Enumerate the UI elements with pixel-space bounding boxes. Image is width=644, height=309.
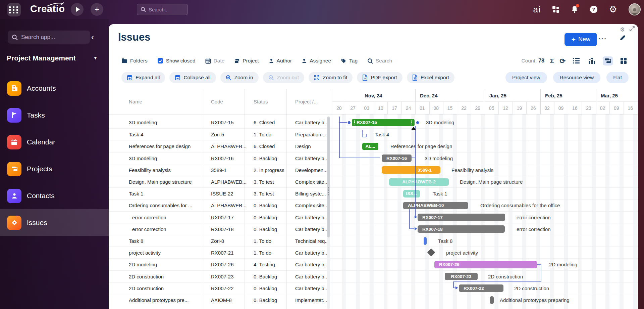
table-row[interactable]: 2D constructionRX007-230. BacklogCar bat… — [109, 270, 638, 282]
filter-show-closed[interactable]: Show closed — [157, 58, 196, 64]
table-row[interactable]: Task 4Zori-51. To doPreparation ...Task … — [109, 128, 638, 140]
zoom-to-fit-button[interactable]: Zoom to fit — [309, 72, 353, 83]
settings-gear-icon[interactable]: ⚙ — [609, 5, 617, 14]
gantt-bar-rx00722[interactable]: RX007-22 — [459, 284, 503, 292]
ai-assistant-button[interactable]: ai — [533, 4, 541, 15]
global-search-input[interactable]: Search... — [137, 4, 188, 15]
edit-pencil-icon[interactable] — [619, 34, 626, 41]
table-row[interactable]: 2D modelingRX007-264. TestingCar battery… — [109, 258, 638, 270]
zoom-out-button[interactable]: Zoom out — [263, 72, 304, 83]
filter-date[interactable]: Date — [205, 58, 225, 64]
fullscreen-expand-icon[interactable] — [630, 26, 635, 33]
table-row[interactable]: error correctionRX007-170. BacklogCar ba… — [109, 211, 638, 223]
scrollbar-thumb[interactable] — [327, 117, 330, 237]
cell-code: RX007-15 — [211, 117, 251, 128]
gantt-bar-rx00715[interactable]: RX007-15 — [352, 119, 415, 126]
gantt-short-task[interactable] — [490, 296, 494, 304]
workspace-caret-icon[interactable]: ▼ — [93, 55, 98, 60]
notifications-bell-icon[interactable] — [571, 5, 578, 13]
gantt-view-icon[interactable] — [603, 56, 613, 65]
sidebar-item-contacts[interactable]: Contacts — [0, 182, 109, 209]
table-row[interactable]: Task 1ISSUE-223. To testBilling syste...… — [109, 187, 638, 199]
collapse-all-button[interactable]: Collapse all — [169, 72, 216, 83]
column-header-project[interactable]: Project /... — [295, 89, 318, 114]
filter-assignee[interactable]: Assignee — [302, 58, 331, 64]
list-view-icon[interactable] — [571, 56, 581, 65]
filter-folders[interactable]: Folders — [121, 58, 148, 64]
resize-handle[interactable] — [411, 120, 412, 125]
table-row[interactable]: 2D constructionRX007-220. BacklogCar bat… — [109, 282, 638, 294]
sidebar-item-tasks[interactable]: Tasks — [0, 102, 109, 129]
run-process-button[interactable] — [71, 3, 84, 16]
gantt-bar-rx00718[interactable]: RX007-18 — [418, 225, 505, 233]
table-row[interactable]: References for page designALPHABWEB...6.… — [109, 140, 638, 152]
splitter-handle[interactable] — [328, 187, 329, 195]
gantt-bar-alphabweb2[interactable]: ALPHABWEB-2 — [389, 178, 449, 186]
workspace-title[interactable]: Project Management — [7, 54, 75, 62]
more-actions-button[interactable]: ··· — [598, 35, 607, 43]
summaries-sigma-icon[interactable]: Σ — [550, 58, 554, 64]
gantt-bar-35891[interactable]: 3589-1 — [382, 166, 440, 174]
table-row[interactable]: project activityRX007-211. To doCar batt… — [109, 247, 638, 258]
new-button[interactable]: +New — [565, 33, 597, 46]
excel-export-button[interactable]: Excel export — [407, 72, 454, 83]
pdf-export-button[interactable]: APDF export — [357, 72, 402, 83]
marketplace-apps-icon[interactable] — [552, 6, 559, 13]
table-row[interactable]: Design. Main page structureALPHABWEB...3… — [109, 176, 638, 187]
gantt-bar-rx00723[interactable]: RX007-23 — [445, 273, 478, 280]
sidebar-collapse-icon[interactable]: ‹ — [91, 32, 94, 42]
column-header-status[interactable]: Status — [254, 89, 268, 114]
table-row[interactable]: Ordering consumables for ...ALPHABWEB...… — [109, 199, 638, 211]
timeline-month: Dec, 24 — [420, 89, 438, 102]
gantt-milestone-diamond[interactable] — [427, 249, 435, 257]
app-search-input[interactable]: Search app... — [8, 31, 90, 44]
column-header-name[interactable]: Name — [129, 89, 142, 114]
sidebar-item-label: Tasks — [27, 111, 45, 119]
column-header-code[interactable]: Code — [211, 89, 223, 114]
sidebar-item-calendar[interactable]: Calendar — [0, 129, 109, 156]
week-divider — [429, 102, 430, 114]
cell-code: ALPHABWEB... — [211, 176, 251, 188]
gantt-bar-rx00726[interactable]: RX007-26 — [434, 261, 537, 268]
sidebar-item-projects[interactable]: Projects — [0, 156, 109, 182]
table-row[interactable]: error correctionRX007-180. BacklogCar ba… — [109, 223, 638, 235]
cell-name: Task 1 — [129, 188, 199, 200]
gantt-bar-iss[interactable]: ISS... — [403, 190, 420, 197]
filter-author[interactable]: Author — [269, 58, 292, 64]
gantt-short-task[interactable] — [424, 237, 427, 245]
refresh-icon[interactable]: ⟳ — [559, 57, 566, 64]
app-launcher-icon[interactable] — [7, 3, 21, 16]
table-row[interactable]: 3D modelingRX007-156. ClosedCar battery … — [109, 117, 638, 128]
cell-status: 1. To do — [254, 247, 294, 259]
table-row[interactable]: 3D modelingRX007-160. BacklogCar battery… — [109, 152, 638, 164]
table-scrollbar[interactable] — [327, 117, 330, 309]
project-view-button[interactable]: Project view — [505, 72, 547, 83]
month-day-line — [332, 101, 638, 102]
cell-name: Additional prototypes pre... — [129, 294, 199, 306]
expand-all-button[interactable]: Expand all — [121, 72, 165, 83]
help-icon[interactable]: ? — [590, 5, 598, 13]
page-settings-gear-icon[interactable]: ⚙ — [620, 26, 625, 33]
resource-view-button[interactable]: Resource view — [553, 72, 601, 83]
sidebar-item-issues[interactable]: Issues — [0, 209, 109, 236]
chart-view-icon[interactable] — [587, 56, 597, 65]
filter-project[interactable]: Project — [234, 58, 259, 64]
table-row[interactable]: Task 8Zori-81. To doTechnical req...Task… — [109, 235, 638, 247]
gantt-bar-al[interactable]: AL... — [362, 143, 378, 150]
table-row[interactable]: Feasibility analysis3589-12. In progress… — [109, 164, 638, 176]
resize-handle[interactable] — [354, 120, 355, 125]
table-row[interactable]: Additional prototypes pre...AXIOM-80. Ba… — [109, 294, 638, 306]
sidebar-item-accounts[interactable]: Accounts — [0, 75, 109, 102]
bar-label: 3589-1 — [418, 168, 432, 173]
gantt-bar-alphabweb10[interactable]: ALPHABWEB-10 — [403, 202, 468, 209]
gantt-bar-rx00717[interactable]: RX007-17 — [418, 214, 505, 221]
gantt-bar-rx00716[interactable]: RX007-16 — [382, 154, 412, 162]
filter-tag[interactable]: Tag — [341, 58, 358, 64]
filter-search[interactable]: Search — [367, 58, 392, 64]
user-avatar[interactable] — [629, 3, 641, 15]
quick-add-button[interactable]: + — [91, 3, 103, 16]
zoom-in-button[interactable]: Zoom in — [220, 72, 259, 83]
flat-button[interactable]: Flat — [606, 72, 629, 83]
grid-view-icon[interactable] — [619, 56, 629, 65]
timeline-day: 03 — [360, 102, 374, 114]
